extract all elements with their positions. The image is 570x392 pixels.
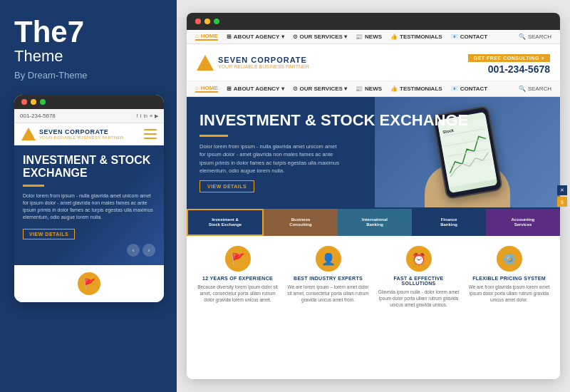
hamburger-menu[interactable]: [144, 129, 157, 139]
nav-news-label: NEWS: [365, 33, 382, 40]
pricing-icon: ⚙️: [497, 246, 522, 272]
nav2-home-label: HOME: [201, 85, 218, 91]
nav2-home[interactable]: ⌂ HOME: [195, 85, 218, 93]
dot-green: [40, 99, 46, 105]
search2-label: SEARCH: [528, 86, 551, 92]
brand-title: The7: [14, 17, 162, 47]
search-label: SEARCH: [528, 33, 551, 40]
mobile-header: SEVEN CORPORATE YOUR RELIABLE BUSINESS P…: [14, 123, 164, 145]
right-panel: ⌂ HOME ⊞ ABOUT AGENCY ▾ ⊙ OUR SERVICES ▾…: [177, 0, 570, 392]
experience-title: 12 YEARS OF EXPERIENCE: [195, 276, 280, 281]
desktop-phone: 001-234-5678: [468, 63, 550, 75]
thumbnail-5-label: AccountingServices: [512, 217, 535, 227]
thumbnail-3-label: InternationalBanking: [362, 217, 388, 227]
about-icon: ⊞: [227, 33, 232, 40]
desktop-header: SEVEN CORPORATE YOUR RELIABLE BUSINESS P…: [187, 44, 560, 81]
mobile-topbar: [14, 95, 164, 109]
nav-home-top[interactable]: ⌂ HOME: [195, 33, 218, 41]
pricing-text: We are from glavrida ipsum lorem amet ip…: [467, 284, 551, 303]
prev-arrow-button[interactable]: ‹: [127, 244, 140, 257]
nav2-news-label: NEWS: [365, 86, 382, 92]
mobile-nav-arrows: ‹ ›: [23, 244, 155, 257]
search-area-secondary[interactable]: 🔍 SEARCH: [519, 86, 551, 92]
hamburger-line-1: [144, 129, 157, 130]
desktop-hero-title: INVESTMENT & STOCK EXCHANGE: [200, 112, 547, 129]
mobile-mockup: 001-234-5678 f t in ≡ ▶ SEVEN CORPORATE …: [14, 95, 164, 302]
experts-title: BEST INDUSTRY EXPERTS: [286, 276, 370, 281]
thumbnail-2[interactable]: BusinessConsulting: [264, 209, 338, 236]
linkedin-icon: in: [143, 113, 147, 119]
mobile-logo-sub: YOUR RELIABLE BUSINESS PARTNER: [39, 135, 123, 140]
nav2-testimonials-label: TESTIMONIALS: [400, 86, 442, 92]
nav-contact-top[interactable]: 📧 CONTACT: [451, 33, 488, 40]
desktop-topbar: [187, 13, 560, 30]
thumbnail-1-label: Investment &Stock Exchange: [209, 217, 242, 227]
mobile-view-details-button[interactable]: VIEW DETAILS: [23, 229, 75, 239]
nav2-about-label: ABOUT AGENCY ▾: [234, 86, 284, 92]
mobile-logo-main: SEVEN CORPORATE: [39, 128, 123, 135]
left-panel: The7 Theme By Dream-Theme 001-234-5678 f…: [0, 0, 177, 392]
desktop-logo-triangle-icon: [197, 55, 214, 71]
desktop-view-details-button[interactable]: VIEW DETAILS: [200, 180, 254, 192]
services2-icon: ⊙: [293, 86, 298, 92]
get-consulting-button[interactable]: GET FREE CONSULTING >: [468, 54, 550, 62]
rss-icon: ≡: [150, 113, 152, 119]
brand-byline: By Dream-Theme: [14, 70, 162, 81]
desktop-hero-content: INVESTMENT & STOCK EXCHANGE Dolor lorem …: [187, 100, 560, 204]
desktop-mockup: ⌂ HOME ⊞ ABOUT AGENCY ▾ ⊙ OUR SERVICES ▾…: [187, 13, 560, 379]
desktop-dot-red: [195, 19, 201, 24]
brand-subtitle: Theme: [14, 47, 162, 66]
search2-icon: 🔍: [519, 86, 526, 92]
contact2-icon: 📧: [451, 86, 458, 92]
features-section: 🚩 12 YEARS OF EXPERIENCE Because diversi…: [187, 236, 560, 318]
nav2-contact[interactable]: 📧 CONTACT: [451, 86, 488, 92]
desktop-hero: INVESTMENT & STOCK EXCHANGE Dolor lorem …: [187, 97, 560, 207]
fast-icon: ⏰: [406, 246, 432, 272]
next-arrow-button[interactable]: ›: [142, 244, 155, 257]
nav2-testimonials[interactable]: 👍 TESTIMONIALS: [390, 86, 442, 92]
feature-fast: ⏰ FAST & EFFECTIVE SOLLUTIONS Glavrida i…: [376, 246, 461, 308]
testimonials-icon: 👍: [390, 33, 398, 40]
nav2-services-label: OUR SERVICES ▾: [300, 86, 348, 92]
nav-testimonials-label: TESTIMONIALS: [400, 33, 442, 40]
nav2-news[interactable]: 📰 NEWS: [356, 86, 382, 92]
dot-yellow: [31, 99, 36, 105]
experts-icon: 👤: [316, 246, 341, 272]
nav2-services[interactable]: ⊙ OUR SERVICES ▾: [293, 86, 348, 92]
desktop-nav-top: ⌂ HOME ⊞ ABOUT AGENCY ▾ ⊙ OUR SERVICES ▾…: [187, 30, 560, 44]
nav-news-top[interactable]: 📰 NEWS: [356, 33, 382, 40]
services-icon: ⊙: [293, 33, 298, 40]
thumbnail-5[interactable]: AccountingServices: [486, 209, 560, 236]
desktop-dot-green: [214, 19, 219, 24]
mobile-icon-section: 🚩: [14, 265, 164, 302]
nav2-contact-label: CONTACT: [460, 86, 488, 92]
feature-pricing: ⚙️ FLEXIBLE PRICING SYSTEM We are from g…: [467, 246, 551, 308]
desktop-hero-divider: [200, 135, 228, 137]
thumbnail-1[interactable]: Investment &Stock Exchange: [187, 209, 264, 236]
logo-triangle-icon: [21, 128, 36, 140]
nav-testimonials-top[interactable]: 👍 TESTIMONIALS: [390, 33, 442, 40]
nav-about-label: ABOUT AGENCY ▾: [234, 33, 284, 40]
fast-title: FAST & EFFECTIVE SOLLUTIONS: [376, 276, 461, 286]
dot-red: [21, 99, 27, 105]
thumbnail-4[interactable]: FinanceBanking: [412, 209, 486, 236]
hamburger-line-3: [144, 138, 157, 139]
feature-experience: 🚩 12 YEARS OF EXPERIENCE Because diversi…: [195, 246, 280, 308]
thumbnail-3[interactable]: InternationalBanking: [338, 209, 412, 236]
youtube-icon: ▶: [155, 113, 158, 119]
mobile-hero: INVESTMENT & STOCK EXCHANGE Dolor lorem …: [14, 145, 164, 265]
nav-services-label: OUR SERVICES ▾: [300, 33, 348, 40]
fast-text: Glavrida ipsum nulla - dolor lorem amet …: [376, 289, 461, 308]
mobile-hero-divider: [23, 185, 44, 187]
desktop-top-nav: ⌂ HOME ⊞ ABOUT AGENCY ▾ ⊙ OUR SERVICES ▾…: [195, 33, 487, 41]
nav-home-label: HOME: [201, 33, 218, 39]
contact-icon: 📧: [451, 33, 458, 40]
desktop-logo-sub: YOUR RELIABLE BUSINESS PARTNER: [218, 64, 309, 69]
nav2-about[interactable]: ⊞ ABOUT AGENCY ▾: [227, 86, 284, 92]
hamburger-line-2: [144, 133, 157, 135]
nav-about-top[interactable]: ⊞ ABOUT AGENCY ▾: [227, 33, 284, 40]
desktop-dot-yellow: [204, 19, 210, 24]
thumbnail-strip: Investment &Stock Exchange BusinessConsu…: [187, 207, 560, 236]
nav-services-top[interactable]: ⊙ OUR SERVICES ▾: [293, 33, 348, 40]
search-area-top[interactable]: 🔍 SEARCH: [519, 33, 551, 40]
